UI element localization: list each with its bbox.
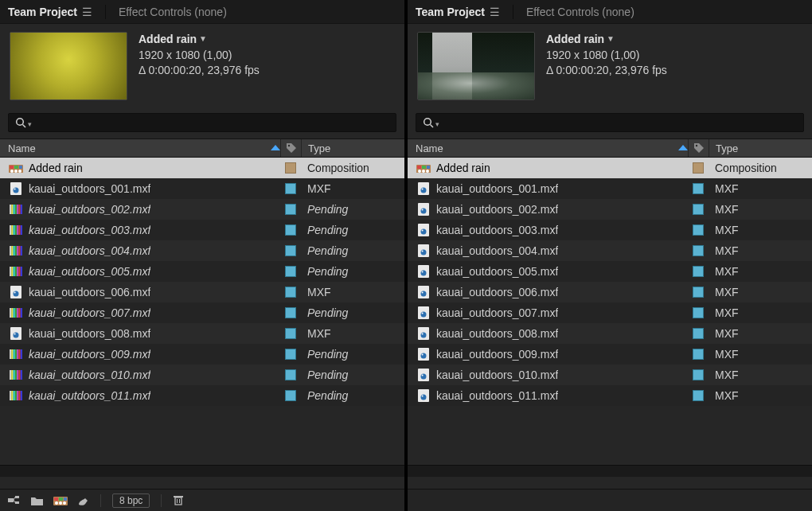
tag-icon bbox=[286, 142, 297, 154]
table-row[interactable]: kauai_outdoors_008.mxfMXF bbox=[0, 323, 404, 344]
preview-title[interactable]: Added rain bbox=[546, 32, 667, 48]
flowchart-button[interactable] bbox=[8, 496, 21, 505]
row-icon bbox=[416, 222, 431, 238]
preview-dimensions: 1920 x 1080 (1,00) bbox=[546, 48, 667, 64]
header-type[interactable]: Type bbox=[709, 139, 812, 157]
item-name: Added rain bbox=[436, 162, 490, 174]
app: Team Project ☰ Effect Controls (none) Ad… bbox=[0, 0, 812, 511]
table-row[interactable]: kauai_outdoors_010.mxfMXF bbox=[408, 365, 812, 385]
item-label-color[interactable] bbox=[280, 349, 301, 360]
item-label-color[interactable] bbox=[280, 183, 301, 194]
table-row[interactable]: kauai_outdoors_008.mxfMXF bbox=[408, 323, 812, 344]
item-name: kauai_outdoors_008.mxf bbox=[29, 327, 150, 340]
table-row[interactable]: kauai_outdoors_007.mxfPending bbox=[0, 302, 404, 323]
trash-button[interactable] bbox=[173, 494, 184, 506]
table-row[interactable]: kauai_outdoors_002.mxfPending bbox=[0, 199, 404, 220]
header-name[interactable]: Name bbox=[416, 142, 688, 154]
item-label-color[interactable] bbox=[280, 224, 301, 236]
item-name-cell: kauai_outdoors_009.mxf bbox=[436, 348, 688, 361]
table-row[interactable]: kauai_outdoors_005.mxfMXF bbox=[408, 261, 812, 282]
item-label-color[interactable] bbox=[688, 183, 709, 194]
item-label-color[interactable] bbox=[688, 349, 709, 360]
item-type: MXF bbox=[709, 306, 812, 319]
panel-menu-icon[interactable]: ☰ bbox=[490, 6, 500, 18]
item-type: Composition bbox=[301, 162, 404, 174]
item-label-color[interactable] bbox=[280, 245, 301, 256]
item-name-cell: kauai_outdoors_001.mxf bbox=[29, 182, 280, 195]
item-label-color[interactable] bbox=[688, 307, 709, 318]
table-row[interactable]: kauai_outdoors_009.mxfMXF bbox=[408, 344, 812, 365]
item-label-color[interactable] bbox=[280, 204, 301, 215]
item-label-color[interactable] bbox=[280, 328, 301, 339]
tab-effect-controls-label: Effect Controls (none) bbox=[119, 6, 227, 18]
item-label-color[interactable] bbox=[280, 369, 301, 380]
table-row[interactable]: kauai_outdoors_007.mxfMXF bbox=[408, 302, 812, 323]
tab-effect-controls[interactable]: Effect Controls (none) bbox=[111, 2, 235, 21]
item-label-color[interactable] bbox=[688, 266, 709, 277]
search-input[interactable] bbox=[416, 113, 804, 132]
table-row[interactable]: kauai_outdoors_004.mxfMXF bbox=[408, 240, 812, 261]
horizontal-scrollbar[interactable] bbox=[0, 465, 404, 477]
preview-area: Added rain 1920 x 1080 (1,00) Δ 0:00:00:… bbox=[0, 24, 404, 108]
table-row[interactable]: kauai_outdoors_003.mxfPending bbox=[0, 220, 404, 240]
item-name-cell: Added rain bbox=[436, 162, 688, 174]
table-row[interactable]: kauai_outdoors_011.mxfMXF bbox=[408, 385, 812, 406]
bit-depth-button[interactable]: 8 bpc bbox=[112, 493, 150, 508]
item-name: kauai_outdoors_007.mxf bbox=[29, 306, 150, 319]
item-label-color[interactable] bbox=[688, 245, 709, 256]
horizontal-scrollbar[interactable] bbox=[408, 465, 812, 477]
item-label-color[interactable] bbox=[280, 162, 301, 174]
item-label-color[interactable] bbox=[688, 287, 709, 298]
item-name-cell: kauai_outdoors_008.mxf bbox=[436, 327, 688, 340]
table-row[interactable]: kauai_outdoors_006.mxfMXF bbox=[0, 282, 404, 302]
table-row[interactable]: Added rainComposition bbox=[408, 158, 812, 178]
panel-menu-icon[interactable]: ☰ bbox=[82, 6, 92, 18]
item-label-color[interactable] bbox=[280, 307, 301, 318]
table-row[interactable]: Added rainComposition bbox=[0, 158, 404, 178]
preview-thumbnail[interactable] bbox=[417, 32, 535, 100]
item-label-color[interactable] bbox=[688, 328, 709, 339]
table-row[interactable]: kauai_outdoors_003.mxfMXF bbox=[408, 220, 812, 240]
tab-effect-controls[interactable]: Effect Controls (none) bbox=[518, 2, 642, 21]
bin-table: Name Type Added rainCompositionkauai_out… bbox=[0, 138, 404, 477]
table-row[interactable]: kauai_outdoors_004.mxfPending bbox=[0, 240, 404, 261]
new-folder-button[interactable] bbox=[30, 495, 44, 506]
item-label-color[interactable] bbox=[280, 287, 301, 298]
preview-title[interactable]: Added rain bbox=[139, 32, 260, 48]
search-filter-dropdown[interactable] bbox=[434, 115, 439, 130]
item-name: kauai_outdoors_007.mxf bbox=[436, 306, 558, 319]
item-label-color[interactable] bbox=[688, 162, 709, 174]
preview-thumbnail[interactable] bbox=[10, 32, 127, 100]
table-row[interactable]: kauai_outdoors_002.mxfMXF bbox=[408, 199, 812, 220]
header-type[interactable]: Type bbox=[301, 139, 404, 157]
header-label-color[interactable] bbox=[280, 139, 301, 157]
item-label-color[interactable] bbox=[688, 369, 709, 380]
item-type: MXF bbox=[709, 327, 812, 340]
item-label-color[interactable] bbox=[688, 390, 709, 401]
search-filter-dropdown[interactable] bbox=[26, 115, 32, 130]
table-row[interactable]: kauai_outdoors_001.mxfMXF bbox=[408, 178, 812, 199]
header-name[interactable]: Name bbox=[8, 142, 280, 154]
row-icon bbox=[416, 263, 431, 279]
item-label-color[interactable] bbox=[688, 204, 709, 215]
item-label-color[interactable] bbox=[688, 224, 709, 236]
search-input[interactable] bbox=[8, 113, 396, 132]
item-label-color[interactable] bbox=[280, 266, 301, 277]
table-row[interactable]: kauai_outdoors_010.mxfPending bbox=[0, 365, 404, 385]
new-comp-button[interactable] bbox=[53, 495, 68, 506]
header-label-color[interactable] bbox=[688, 139, 709, 157]
table-row[interactable]: kauai_outdoors_005.mxfPending bbox=[0, 261, 404, 282]
tab-team-project[interactable]: Team Project ☰ bbox=[408, 2, 508, 21]
table-row[interactable]: kauai_outdoors_011.mxfPending bbox=[0, 385, 404, 406]
table-row[interactable]: kauai_outdoors_009.mxfPending bbox=[0, 344, 404, 365]
table-row[interactable]: kauai_outdoors_001.mxfMXF bbox=[0, 178, 404, 199]
item-name: kauai_outdoors_004.mxf bbox=[29, 244, 150, 257]
item-label-color[interactable] bbox=[280, 390, 301, 401]
table-row[interactable]: kauai_outdoors_006.mxfMXF bbox=[408, 282, 812, 302]
media-icon bbox=[10, 286, 21, 298]
header-name-label: Name bbox=[416, 142, 443, 154]
brush-button[interactable] bbox=[77, 495, 89, 506]
tab-team-project[interactable]: Team Project ☰ bbox=[0, 2, 100, 21]
bars-icon bbox=[10, 391, 22, 400]
item-type: Pending bbox=[301, 348, 404, 361]
